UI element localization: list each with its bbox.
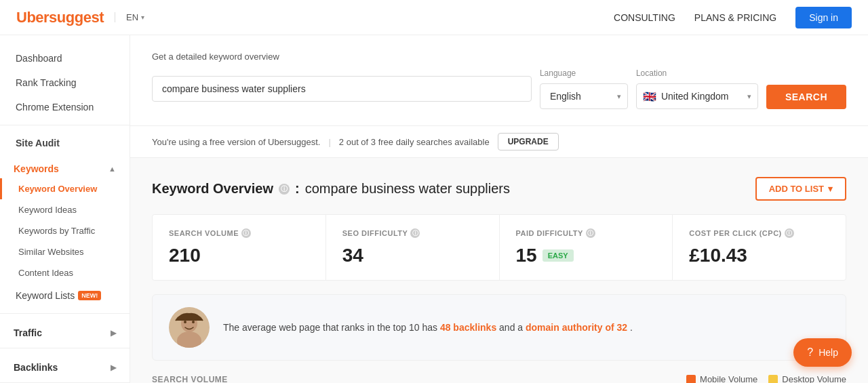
info-middle: and a: [499, 322, 526, 333]
consulting-link[interactable]: CONSULTING: [614, 12, 675, 23]
metric-seo-difficulty: SEO DIFFICULTY ⓘ 34: [326, 215, 499, 280]
keyword-input-wrap: [152, 76, 532, 102]
sidebar-sub-similar-websites[interactable]: Similar Websites: [0, 241, 130, 262]
sidebar-item-rank-tracking[interactable]: Rank Tracking: [0, 70, 130, 95]
sidebar-item-keyword-lists[interactable]: Keyword Lists NEW!: [0, 283, 130, 308]
search-row: Language English ▾ Location 🇬🇧 United Ki…: [152, 68, 846, 109]
info-suffix: .: [630, 322, 633, 333]
rank-tracking-label: Rank Tracking: [16, 77, 76, 88]
sd-info-icon[interactable]: ⓘ: [410, 228, 420, 238]
keyword-input[interactable]: [152, 76, 532, 102]
keyword-overview-header: Keyword Overview ⓘ : compare business wa…: [152, 177, 846, 201]
language-wrap: Language English ▾: [540, 68, 628, 109]
desktop-volume-dot: [768, 375, 778, 384]
mobile-volume-legend-item: Mobile Volume: [686, 374, 757, 383]
search-volume-legend: Mobile Volume Desktop Volume: [686, 374, 846, 383]
location-select[interactable]: United Kingdom: [636, 83, 758, 109]
similar-websites-label: Similar Websites: [18, 247, 84, 257]
keyword-lists-label: Keyword Lists: [16, 290, 75, 301]
sidebar-divider: [0, 125, 130, 125]
sidebar-item-dashboard[interactable]: Dashboard: [0, 46, 130, 70]
backlinks-highlight: 48 backlinks: [440, 322, 499, 333]
add-to-list-button[interactable]: ADD TO LIST ▾: [755, 177, 846, 201]
seo-difficulty-label: SEO DIFFICULTY ⓘ: [342, 228, 483, 238]
main-content: Get a detailed keyword overview Language…: [130, 35, 868, 383]
avatar-svg: [169, 307, 210, 348]
svg-point-3: [184, 321, 186, 323]
add-to-list-label: ADD TO LIST: [769, 184, 824, 194]
metric-cpc: COST PER CLICK (CPC) ⓘ £10.43: [673, 215, 846, 280]
pipe-divider: |: [328, 137, 330, 147]
content-ideas-label: Content Ideas: [18, 268, 73, 278]
backlinks-chevron-icon: ▶: [111, 363, 116, 372]
sidebar-sub-keyword-overview[interactable]: Keyword Overview: [0, 178, 130, 199]
kw-info-icon[interactable]: ⓘ: [279, 184, 290, 195]
site-audit-label: Site Audit: [16, 138, 60, 148]
metric-search-volume: SEARCH VOLUME ⓘ 210: [153, 215, 326, 280]
backlinks-section-label: Backlinks: [14, 362, 58, 373]
add-to-list-chevron-icon: ▾: [828, 184, 833, 194]
info-prefix: The average web page that ranks in the t…: [223, 322, 437, 333]
app-layout: Dashboard Rank Tracking Chrome Extension…: [0, 35, 868, 383]
avatar: [169, 307, 210, 348]
sidebar-item-site-audit[interactable]: Site Audit: [0, 131, 130, 155]
kw-title-label: Keyword Overview: [152, 181, 273, 197]
language-label: Language: [540, 68, 628, 78]
search-area: Get a detailed keyword overview Language…: [130, 35, 868, 126]
keyword-overview-title: Keyword Overview ⓘ : compare business wa…: [152, 181, 510, 197]
keyword-overview-label: Keyword Overview: [18, 184, 97, 194]
cpc-label: COST PER CLICK (CPC) ⓘ: [689, 228, 829, 238]
traffic-chevron-icon: ▶: [111, 329, 116, 338]
svg-point-4: [192, 321, 195, 323]
keyword-lists-badge: NEW!: [78, 291, 101, 300]
logo[interactable]: Ubersuggest: [16, 9, 104, 26]
language-select[interactable]: English: [540, 83, 628, 109]
help-label: Help: [818, 347, 838, 358]
sidebar-item-chrome-extension[interactable]: Chrome Extension: [0, 95, 130, 119]
sign-in-button[interactable]: Sign in: [795, 7, 852, 28]
plans-link[interactable]: PLANS & PRICING: [694, 12, 776, 23]
sidebar-keywords-section[interactable]: Keywords ▲: [0, 155, 130, 178]
desktop-volume-label: Desktop Volume: [782, 374, 846, 383]
seo-difficulty-value: 34: [342, 245, 483, 266]
chrome-extension-label: Chrome Extension: [16, 102, 94, 113]
sidebar-sub-keywords-by-traffic[interactable]: Keywords by Traffic: [0, 220, 130, 241]
mobile-volume-label: Mobile Volume: [700, 374, 757, 383]
search-volume-label: SEARCH VOLUME ⓘ: [169, 228, 309, 238]
chevron-down-icon: ▾: [141, 14, 144, 21]
sidebar-sub-keyword-ideas[interactable]: Keyword Ideas: [0, 199, 130, 220]
help-icon: ?: [807, 346, 813, 359]
location-label: Location: [636, 68, 758, 78]
keyword-ideas-label: Keyword Ideas: [18, 205, 77, 215]
lang-switcher[interactable]: EN ▾: [115, 12, 144, 22]
sidebar-traffic-section[interactable]: Traffic ▶: [0, 319, 130, 342]
cpc-info-icon[interactable]: ⓘ: [785, 228, 794, 238]
paid-difficulty-value: 15 EASY: [516, 245, 656, 266]
sidebar-sub-content-ideas[interactable]: Content Ideas: [0, 262, 130, 283]
metric-paid-difficulty: PAID DIFFICULTY ⓘ 15 EASY: [500, 215, 673, 280]
chevron-up-icon: ▲: [108, 165, 116, 173]
help-button[interactable]: ? Help: [793, 338, 852, 367]
keywords-section-label: Keywords: [14, 163, 59, 174]
search-button[interactable]: SEARCH: [766, 85, 846, 109]
search-volume-section-title: SEARCH VOLUME: [152, 375, 228, 384]
info-banner-text: The average web page that ranks in the t…: [223, 321, 633, 335]
sidebar-divider3: [0, 348, 130, 348]
info-banner: The average web page that ranks in the t…: [152, 294, 846, 361]
top-nav: Ubersuggest EN ▾ CONSULTING PLANS & PRIC…: [0, 0, 868, 35]
traffic-section-label: Traffic: [14, 327, 42, 338]
dashboard-label: Dashboard: [16, 53, 62, 64]
upgrade-button[interactable]: UPGRADE: [498, 133, 559, 150]
search-label: Get a detailed keyword overview: [152, 52, 846, 62]
sv-info-icon[interactable]: ⓘ: [241, 228, 251, 238]
pd-info-icon[interactable]: ⓘ: [586, 228, 595, 238]
sidebar-backlinks-section[interactable]: Backlinks ▶: [0, 354, 130, 377]
language-select-wrap: English ▾: [540, 83, 628, 109]
search-volume-section-header: SEARCH VOLUME Mobile Volume Desktop Volu…: [152, 374, 846, 383]
easy-badge: EASY: [542, 249, 574, 262]
metrics-row: SEARCH VOLUME ⓘ 210 SEO DIFFICULTY ⓘ 34 …: [152, 214, 846, 281]
paid-difficulty-label: PAID DIFFICULTY ⓘ: [516, 228, 656, 238]
domain-authority-highlight: domain authority of 32: [526, 322, 627, 333]
cpc-value: £10.43: [689, 245, 829, 266]
sidebar: Dashboard Rank Tracking Chrome Extension…: [0, 35, 130, 383]
